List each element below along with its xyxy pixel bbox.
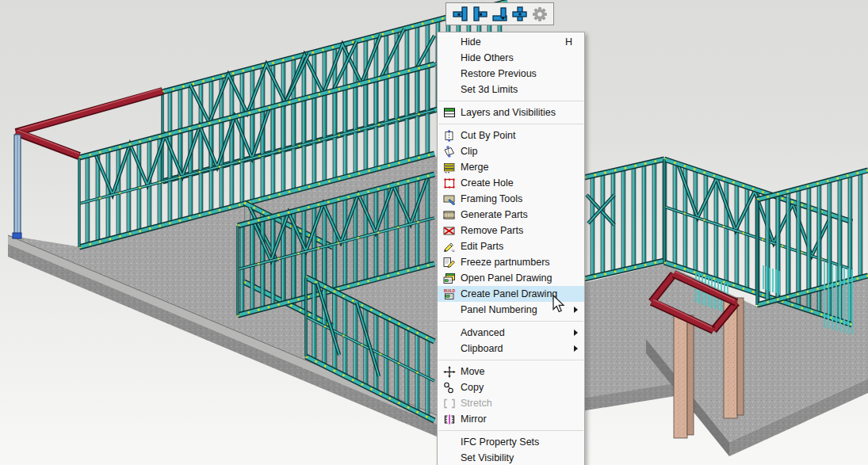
join-side-button[interactable] (470, 4, 490, 24)
masonry-column (674, 315, 694, 438)
copy-icon (443, 382, 456, 394)
submenu-arrow-icon (574, 330, 578, 336)
join-end-icon (451, 5, 470, 24)
menu-item-open-panel-drawing[interactable]: Open Panel Drawing (438, 270, 584, 286)
merge-icon (443, 162, 456, 173)
menu-item-remove-parts[interactable]: Remove Parts (438, 223, 584, 238)
menu-item-copy[interactable]: Copy (438, 379, 584, 395)
menu-item-set-3d-limits[interactable]: Set 3d Limits (438, 82, 584, 97)
menu-separator (438, 430, 583, 431)
layers-visibilities-icon (443, 107, 456, 119)
join-cross-button[interactable] (510, 4, 530, 24)
edit-parts-icon (443, 241, 456, 253)
menu-item-merge[interactable]: Merge (438, 159, 584, 175)
menu-item-mirror[interactable]: Mirror (438, 411, 584, 427)
menu-separator (438, 124, 583, 124)
menu-item-hide[interactable]: Hide H (438, 34, 584, 50)
svg-text:BUILD: BUILD (443, 289, 455, 293)
generate-parts-icon (443, 209, 456, 221)
menu-item-generate-parts[interactable]: Generate Parts (438, 207, 584, 223)
submenu-arrow-icon (574, 345, 578, 352)
clip-icon (443, 146, 456, 158)
join-corner-button[interactable] (490, 4, 510, 24)
join-end-button[interactable] (450, 4, 470, 24)
menu-item-freeze-partnumbers[interactable]: Freeze partnumbers (438, 254, 584, 270)
menu-item-advanced[interactable]: Advanced (438, 325, 584, 341)
menu-item-move[interactable]: Move (438, 364, 584, 379)
settings-gear-icon (530, 5, 549, 24)
cut-by-point-icon (443, 130, 456, 142)
mirror-icon (443, 414, 456, 425)
menu-separator (438, 101, 583, 101)
toolbar-settings-button[interactable] (530, 4, 549, 24)
menu-item-layers-and-visibilities[interactable]: Layers and Visibilities (438, 105, 584, 120)
building-model-canvas[interactable] (0, 0, 868, 465)
menu-item-set-visibility[interactable]: Set Visibility (438, 450, 584, 465)
menu-item-ifc-property-sets[interactable]: IFC Property Sets (438, 434, 584, 450)
freeze-partnumbers-icon (443, 257, 456, 269)
menu-item-framing-tools[interactable]: Framing Tools (438, 191, 584, 207)
menu-item-restore-previous[interactable]: Restore Previous (438, 66, 584, 82)
move-icon (443, 366, 456, 378)
menu-item-cut-by-point[interactable]: Cut By Point (438, 128, 584, 143)
create-panel-drawing-icon: BUILD (443, 288, 456, 300)
open-panel-drawing-icon (443, 273, 456, 284)
shortcut-key: H (565, 36, 579, 48)
steel-column (13, 135, 21, 238)
menu-item-create-hole[interactable]: Create Hole (438, 175, 584, 191)
menu-item-edit-parts[interactable]: Edit Parts (438, 238, 584, 254)
menu-item-stretch[interactable]: Stretch (438, 395, 584, 411)
create-hole-icon (443, 177, 456, 189)
menu-separator (438, 321, 583, 322)
floating-toolbar (445, 2, 554, 25)
join-cross-icon (510, 5, 530, 24)
join-corner-icon (491, 5, 510, 24)
menu-item-clip[interactable]: Clip (438, 143, 584, 159)
mouse-cursor (553, 295, 568, 317)
framing-tools-icon (443, 193, 456, 205)
submenu-arrow-icon (574, 307, 578, 313)
application-viewport: Hide H Hide Others Restore Previous Set … (0, 0, 868, 465)
menu-item-clipboard[interactable]: Clipboard (438, 341, 584, 356)
stretch-icon (443, 398, 456, 410)
remove-parts-icon (443, 225, 456, 237)
context-menu: Hide H Hide Others Restore Previous Set … (437, 32, 585, 465)
join-side-icon (471, 5, 490, 24)
menu-separator (438, 360, 583, 360)
menu-item-hide-others[interactable]: Hide Others (438, 50, 584, 66)
